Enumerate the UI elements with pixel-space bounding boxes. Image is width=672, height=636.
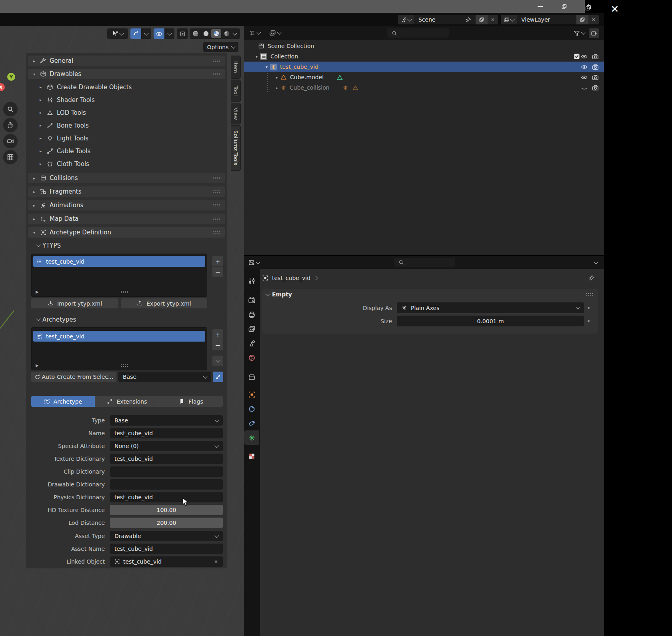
archetype-remove-button[interactable]: − xyxy=(212,340,223,350)
tab-extensions[interactable]: Extensions xyxy=(95,396,159,407)
tab-collection-properties[interactable] xyxy=(244,370,259,384)
camera-icon[interactable] xyxy=(592,64,599,70)
viewlayer-browse-button[interactable] xyxy=(501,15,517,24)
checkbox-icon[interactable] xyxy=(574,53,580,60)
tab-item[interactable]: Item xyxy=(231,56,241,79)
panel-collisions[interactable]: ▸Collisions xyxy=(28,173,225,183)
eye-icon[interactable] xyxy=(581,64,588,70)
chevron-down-icon[interactable] xyxy=(232,31,237,35)
tab-scene-properties[interactable] xyxy=(244,336,259,350)
scene-browse-button[interactable] xyxy=(398,15,414,24)
scene-copy-button[interactable] xyxy=(476,15,488,24)
name-input[interactable]: test_cube_vid xyxy=(110,428,223,438)
linked-object-field[interactable]: test_cube_vid xyxy=(110,556,223,567)
drawable-dictionary-input[interactable] xyxy=(110,479,223,490)
tab-sollumz-tools[interactable]: Sollumz Tools xyxy=(231,125,241,171)
archetype-preset-dropdown[interactable]: Base xyxy=(118,372,211,382)
tab-flags[interactable]: Flags xyxy=(159,396,223,407)
viewlayer-copy-button[interactable] xyxy=(576,15,588,24)
empty-panel-header[interactable]: Empty xyxy=(262,289,598,298)
tab-tool[interactable]: Tool xyxy=(231,80,241,102)
viewport-zoom-button[interactable] xyxy=(3,102,18,116)
asset-name-input[interactable]: test_cube_vid xyxy=(110,544,223,554)
panel-bone-tools[interactable]: ▸Bone Tools xyxy=(38,120,222,130)
new-collection-button[interactable] xyxy=(589,28,599,38)
tab-object-properties[interactable] xyxy=(244,387,259,402)
chevron-down-icon[interactable] xyxy=(594,260,598,264)
tab-physics-properties[interactable] xyxy=(244,416,259,430)
list-resize-grip[interactable] xyxy=(120,364,129,367)
ytyp-remove-button[interactable]: − xyxy=(212,267,223,277)
list-expand-handle[interactable]: ▶ xyxy=(36,290,39,294)
clip-dictionary-input[interactable] xyxy=(110,466,223,477)
ytyp-add-button[interactable]: ＋ xyxy=(212,256,223,266)
import-ytyp-button[interactable]: Import ytyp.xml xyxy=(31,298,118,308)
shading-wireframe-button[interactable] xyxy=(190,29,200,38)
animate-dot[interactable] xyxy=(588,320,590,322)
outliner-row-cube-model[interactable]: ▸ Cube.model xyxy=(244,72,604,82)
texture-dictionary-input[interactable]: test_cube_vid xyxy=(110,454,223,464)
panel-drawables[interactable]: ▾ Drawables xyxy=(28,69,225,79)
drag-grip[interactable] xyxy=(586,293,594,296)
outliner-editor-type-button[interactable] xyxy=(249,30,260,36)
tab-archetype[interactable]: Archetype xyxy=(31,396,95,407)
viewport-ortho-button[interactable] xyxy=(3,150,18,164)
display-as-dropdown[interactable]: Plain Axes xyxy=(397,302,584,313)
panel-map-data[interactable]: ▸Map Data xyxy=(28,214,225,224)
panel-shader-tools[interactable]: ▸Shader Tools xyxy=(38,95,222,105)
outliner-row-cube-collision[interactable]: ▸ Cube_collision xyxy=(244,82,604,93)
tab-object-data-properties[interactable] xyxy=(244,430,259,445)
ytyps-subheader[interactable]: YTYPS xyxy=(37,240,221,250)
xray-toggle-button[interactable] xyxy=(177,28,188,39)
panel-cable-tools[interactable]: ▸Cable Tools xyxy=(38,146,222,156)
panel-light-tools[interactable]: ▸Light Tools xyxy=(38,133,222,143)
restore-button[interactable] xyxy=(555,0,573,13)
clear-icon[interactable] xyxy=(214,559,218,564)
viewport-camera-button[interactable] xyxy=(3,134,18,148)
shading-material-button[interactable] xyxy=(211,29,221,38)
expand-icon[interactable]: ▸ xyxy=(274,86,280,90)
axis-y-badge[interactable]: Y xyxy=(7,73,15,81)
viewlayer-name-field[interactable]: ViewLayer xyxy=(517,15,576,24)
panel-create-drawable-objects[interactable]: ▸Create Drawable Objects xyxy=(38,82,222,92)
gizmos-dropdown[interactable] xyxy=(141,28,151,39)
physics-dictionary-input[interactable]: test_cube_vid xyxy=(110,492,223,502)
panel-general[interactable]: ▸ General xyxy=(28,56,225,66)
expand-icon[interactable]: ▸ xyxy=(274,75,280,80)
tab-tool-properties[interactable] xyxy=(244,274,259,288)
drag-grip[interactable] xyxy=(213,231,221,234)
shading-solid-button[interactable] xyxy=(201,29,211,38)
drag-grip[interactable] xyxy=(213,204,221,207)
camera-icon[interactable] xyxy=(592,53,599,60)
drag-grip[interactable] xyxy=(213,176,221,180)
panel-lod-tools[interactable]: ▸LOD Tools xyxy=(38,108,222,118)
tab-texture-properties[interactable] xyxy=(244,449,259,463)
outliner-row-scene-collection[interactable]: Scene Collection xyxy=(244,41,604,51)
viewlayer-remove-button[interactable] xyxy=(588,15,599,24)
overlays-dropdown[interactable] xyxy=(164,28,174,39)
animate-dot[interactable] xyxy=(588,307,590,309)
scene-unlink-button[interactable] xyxy=(488,15,498,24)
properties-editor-type-button[interactable] xyxy=(248,259,260,266)
outliner-filter-button[interactable] xyxy=(574,30,585,36)
special-attribute-dropdown[interactable]: None (0) xyxy=(110,441,223,451)
options-button[interactable]: Options xyxy=(203,42,238,52)
size-input[interactable]: 0.0001 m xyxy=(397,316,584,326)
panel-cloth-tools[interactable]: ▸Cloth Tools xyxy=(38,159,222,169)
visibility-dropdown[interactable] xyxy=(107,28,128,39)
collapse-icon[interactable]: ▾ xyxy=(264,65,269,69)
camera-icon[interactable] xyxy=(592,84,599,91)
properties-search-input[interactable] xyxy=(394,258,455,267)
type-dropdown[interactable]: Base xyxy=(110,415,223,426)
show-overlays-button[interactable] xyxy=(154,28,164,39)
eye-closed-icon[interactable] xyxy=(581,84,588,91)
tab-world-properties[interactable] xyxy=(244,350,259,365)
drag-grip[interactable] xyxy=(213,72,221,76)
eye-icon[interactable] xyxy=(581,53,588,60)
outliner-row-test-cube-vid[interactable]: ▾ test_cube_vid xyxy=(244,62,604,72)
scene-name-field[interactable]: Scene xyxy=(414,15,476,24)
archetype-list[interactable]: test_cube_vid ▶ xyxy=(31,327,207,370)
collapse-icon[interactable]: ▾ xyxy=(254,54,259,59)
shading-rendered-button[interactable] xyxy=(222,29,232,38)
close-button-overlay[interactable]: ✕ xyxy=(606,2,624,17)
